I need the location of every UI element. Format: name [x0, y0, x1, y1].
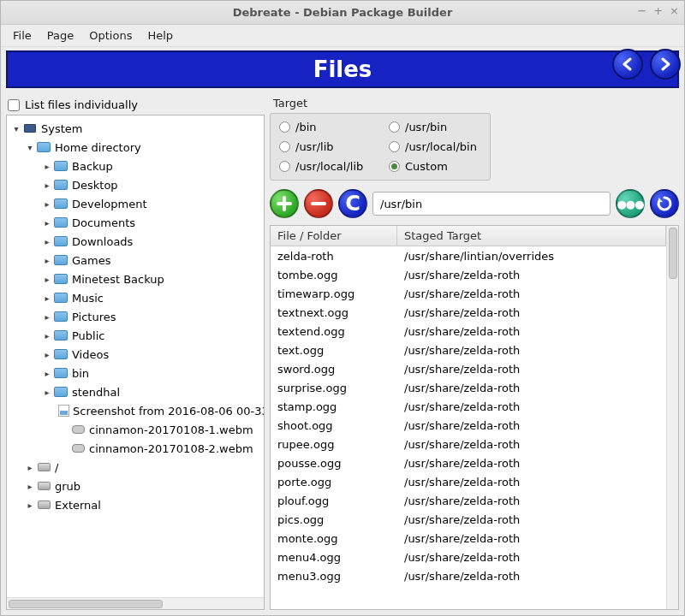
tree-item-label: cinnamon-20170108-2.webm — [89, 442, 253, 455]
tree-item[interactable]: cinnamon-20170108-2.webm — [7, 439, 264, 458]
expand-icon[interactable]: ▸ — [24, 500, 36, 510]
menu-help[interactable]: Help — [140, 27, 180, 44]
remove-button[interactable] — [304, 189, 333, 218]
radio-icon[interactable] — [279, 161, 290, 172]
expand-icon[interactable]: ▸ — [41, 350, 53, 359]
tree-item[interactable]: ▸Desktop — [7, 175, 264, 194]
tree-item[interactable]: ▸Music — [7, 288, 264, 307]
expand-icon[interactable]: ▸ — [41, 331, 53, 341]
target-path-input[interactable] — [372, 192, 611, 216]
expand-icon[interactable]: ▸ — [41, 275, 53, 284]
col-target[interactable]: Staged Target — [397, 226, 666, 246]
menu-options[interactable]: Options — [82, 27, 139, 44]
menu-file[interactable]: File — [6, 27, 39, 44]
tree-item[interactable]: ▸External — [7, 495, 264, 514]
target-radio-custom[interactable]: Custom — [389, 160, 481, 173]
expand-icon[interactable]: ▸ — [41, 312, 53, 322]
add-button[interactable] — [270, 189, 299, 218]
table-row[interactable]: menu3.ogg/usr/share/zelda-roth — [271, 566, 666, 585]
target-radio-usrlocalbin[interactable]: /usr/local/bin — [389, 140, 481, 153]
table-v-scrollbar[interactable] — [666, 226, 678, 609]
radio-icon[interactable] — [279, 121, 290, 133]
table-row[interactable]: surprise.ogg/usr/share/zelda-roth — [271, 378, 666, 397]
table-row[interactable]: sword.ogg/usr/share/zelda-roth — [271, 359, 666, 378]
expand-icon[interactable]: ▾ — [10, 124, 22, 133]
table-row[interactable]: timewarp.ogg/usr/share/zelda-roth — [271, 284, 666, 303]
expand-icon[interactable]: ▸ — [24, 482, 36, 491]
tree-item[interactable]: ▸/ — [7, 458, 264, 477]
tree-item[interactable]: ▸Games — [7, 251, 264, 270]
expand-icon[interactable]: ▸ — [41, 388, 53, 397]
table-row[interactable]: monte.ogg/usr/share/zelda-roth — [271, 529, 666, 548]
target-radio-bin[interactable]: /bin — [279, 121, 372, 133]
target-radio-usrbin[interactable]: /usr/bin — [389, 121, 481, 133]
clear-button[interactable]: C — [338, 189, 367, 218]
table-row[interactable]: zelda-roth/usr/share/lintian/overrides — [271, 246, 666, 265]
minimize-icon[interactable]: − — [637, 4, 646, 17]
next-page-button[interactable] — [650, 49, 681, 80]
expand-icon[interactable]: ▸ — [41, 162, 53, 171]
tree-h-scrollbar[interactable] — [7, 597, 264, 609]
expand-icon[interactable]: ▸ — [41, 181, 53, 190]
tree-item[interactable]: Screenshot from 2016-08-06 00-33-07 — [7, 401, 264, 420]
tree-item[interactable]: ▸Development — [7, 194, 264, 213]
expand-icon[interactable]: ▸ — [41, 293, 53, 303]
table-row[interactable]: menu4.ogg/usr/share/zelda-roth — [271, 548, 666, 566]
table-header[interactable]: File / Folder Staged Target — [271, 226, 666, 246]
tree-item[interactable]: ▾Home directory — [7, 138, 264, 157]
tree-item[interactable]: cinnamon-20170108-1.webm — [7, 420, 264, 439]
menu-page[interactable]: Page — [40, 27, 80, 44]
tree-item[interactable]: ▸Minetest Backup — [7, 270, 264, 288]
table-row[interactable]: shoot.ogg/usr/share/zelda-roth — [271, 416, 666, 435]
prev-page-button[interactable] — [612, 49, 643, 80]
tree-item[interactable]: ▸Pictures — [7, 307, 264, 326]
expand-icon[interactable]: ▸ — [41, 218, 53, 228]
table-row[interactable]: pics.ogg/usr/share/zelda-roth — [271, 510, 666, 529]
table-row[interactable]: text.ogg/usr/share/zelda-roth — [271, 341, 666, 359]
expand-icon[interactable]: ▸ — [41, 237, 53, 246]
tree-item[interactable]: ▸stendhal — [7, 382, 264, 401]
radio-icon[interactable] — [389, 121, 400, 133]
target-radio-usrlocallib[interactable]: /usr/local/lib — [279, 160, 372, 173]
cell-target: /usr/share/lintian/overrides — [397, 250, 666, 263]
target-radio-usrlib[interactable]: /usr/lib — [279, 140, 372, 153]
expand-icon[interactable]: ▸ — [41, 369, 53, 378]
table-row[interactable]: textnext.ogg/usr/share/zelda-roth — [271, 303, 666, 322]
col-file[interactable]: File / Folder — [271, 226, 397, 246]
tree-item[interactable]: ▾System — [7, 119, 264, 138]
table-row[interactable]: pousse.ogg/usr/share/zelda-roth — [271, 453, 666, 472]
radio-icon[interactable] — [389, 141, 400, 152]
browse-button[interactable]: ●●● — [616, 189, 645, 218]
tree-item[interactable]: ▸grub — [7, 477, 264, 495]
list-individually-checkbox[interactable]: List files individually — [6, 95, 265, 115]
table-row[interactable]: plouf.ogg/usr/share/zelda-roth — [271, 491, 666, 510]
close-icon[interactable]: × — [670, 4, 679, 17]
table-row[interactable]: rupee.ogg/usr/share/zelda-roth — [271, 435, 666, 453]
tree-item[interactable]: ▸Documents — [7, 213, 264, 232]
expand-icon[interactable]: ▸ — [24, 463, 36, 472]
table-row[interactable]: stamp.ogg/usr/share/zelda-roth — [271, 397, 666, 416]
expand-icon[interactable]: ▸ — [41, 199, 53, 209]
table-row[interactable]: tombe.ogg/usr/share/zelda-roth — [271, 265, 666, 284]
tree-item-label: Desktop — [72, 179, 118, 192]
refresh-button[interactable] — [650, 189, 679, 218]
table-row[interactable]: porte.ogg/usr/share/zelda-roth — [271, 472, 666, 491]
tree-item[interactable]: ▸Backup — [7, 157, 264, 175]
maximize-icon[interactable]: + — [653, 4, 663, 17]
tree-item[interactable]: ▸Public — [7, 326, 264, 345]
checkbox-input[interactable] — [8, 99, 20, 111]
radio-icon[interactable] — [279, 141, 290, 152]
expand-icon[interactable]: ▸ — [41, 256, 53, 265]
folder-icon — [53, 347, 68, 361]
tree-item-label: Public — [72, 329, 104, 342]
tree-item[interactable]: ▸Downloads — [7, 232, 264, 251]
radio-icon[interactable] — [389, 161, 400, 172]
titlebar[interactable]: Debreate - Debian Package Builder − + × — [1, 1, 684, 25]
tree-item-label: Downloads — [72, 235, 133, 248]
file-tree[interactable]: ▾System▾Home directory▸Backup▸Desktop▸De… — [6, 115, 265, 610]
tree-item[interactable]: ▸Videos — [7, 345, 264, 364]
window-title: Debreate - Debian Package Builder — [233, 6, 453, 19]
expand-icon[interactable]: ▾ — [24, 143, 36, 152]
tree-item[interactable]: ▸bin — [7, 364, 264, 382]
table-row[interactable]: textend.ogg/usr/share/zelda-roth — [271, 322, 666, 341]
